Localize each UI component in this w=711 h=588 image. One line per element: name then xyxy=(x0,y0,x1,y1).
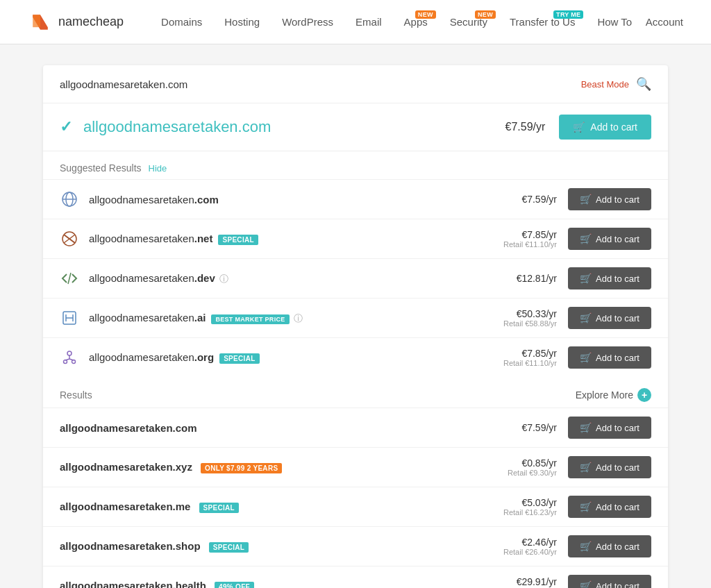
price-col: €29.91/yrRetail €58.88/yr xyxy=(487,576,557,588)
nav-hosting[interactable]: Hosting xyxy=(215,10,269,33)
price-main: €7.59/yr xyxy=(487,194,557,205)
cart-icon: 🛒 xyxy=(580,312,592,324)
cart-icon: 🛒 xyxy=(580,273,592,284)
price-col: €12.81/yr xyxy=(487,273,557,284)
domain-name: allgoodnamesaretaken.me SPECIAL xyxy=(60,501,487,513)
price-col: €7.85/yrRetail €11.10/yr xyxy=(487,348,557,367)
nav-email[interactable]: Email xyxy=(346,10,392,33)
header: namecheap Domains Hosting WordPress Emai… xyxy=(0,0,711,44)
domain-name: allgoodnamesaretaken.com xyxy=(89,194,487,205)
cart-icon: 🛒 xyxy=(580,194,592,205)
main-nav: Domains Hosting WordPress Email NEW Apps… xyxy=(151,10,646,33)
add-to-cart-button[interactable]: 🛒 Add to cart xyxy=(568,575,651,588)
explore-more-label: Explore More xyxy=(576,389,633,401)
add-to-cart-button[interactable]: 🛒 Add to cart xyxy=(568,307,651,329)
price-retail: Retail €11.10/yr xyxy=(487,240,557,249)
main-content: Beast Mode 🔍 ✓ allgoodnamesaretaken.com … xyxy=(43,65,668,588)
suggested-list: allgoodnamesaretaken.com€7.59/yr🛒 Add to… xyxy=(43,179,668,377)
cart-icon: 🛒 xyxy=(573,121,585,133)
logo[interactable]: namecheap xyxy=(28,10,124,35)
price-main: €5.03/yr xyxy=(487,497,557,508)
cart-icon: 🛒 xyxy=(580,580,592,588)
results-list: allgoodnamesaretaken.com€7.59/yr🛒 Add to… xyxy=(43,408,668,588)
logo-text: namecheap xyxy=(58,15,124,29)
results-section-header: Results Explore More + xyxy=(43,377,668,408)
hide-suggested-link[interactable]: Hide xyxy=(149,163,167,174)
info-icon[interactable]: ⓘ xyxy=(294,313,303,324)
price-col: €7.59/yr xyxy=(487,422,557,433)
suggested-row: allgoodnamesaretaken.devⓘ€12.81/yr🛒 Add … xyxy=(43,258,668,298)
domain-icon xyxy=(60,348,79,367)
featured-add-to-cart-button[interactable]: 🛒 Add to cart xyxy=(559,115,651,140)
suggested-title: Suggested Results xyxy=(60,162,142,174)
add-to-cart-button[interactable]: 🛒 Add to cart xyxy=(568,346,651,369)
svg-line-15 xyxy=(65,359,69,360)
results-row: allgoodnamesaretaken.me SPECIAL€5.03/yrR… xyxy=(43,487,668,526)
price-retail: Retail €58.88/yr xyxy=(487,319,557,328)
add-to-cart-button[interactable]: 🛒 Add to cart xyxy=(568,496,651,518)
cart-icon: 🛒 xyxy=(580,422,592,433)
price-main: €29.91/yr xyxy=(487,576,557,587)
price-retail: Retail €16.23/yr xyxy=(487,508,557,516)
add-to-cart-button[interactable]: 🛒 Add to cart xyxy=(568,267,651,289)
price-retail: Retail €26.40/yr xyxy=(487,548,557,556)
price-main: €7.85/yr xyxy=(487,348,557,359)
price-main: €7.59/yr xyxy=(487,422,557,433)
price-main: €50.33/yr xyxy=(487,308,557,319)
domain-name: allgoodnamesaretaken.orgSPECIAL xyxy=(89,351,487,364)
search-icon[interactable]: 🔍 xyxy=(636,76,651,92)
apps-badge: NEW xyxy=(415,10,436,19)
nav-transfer[interactable]: TRY ME Transfer to Us xyxy=(500,10,585,33)
nav-domains[interactable]: Domains xyxy=(151,10,212,33)
nav-howto[interactable]: How To xyxy=(587,10,642,33)
domain-icon xyxy=(60,190,79,209)
beast-mode-link[interactable]: Beast Mode xyxy=(581,79,629,90)
nav-security[interactable]: NEW Security xyxy=(440,10,497,33)
search-input[interactable] xyxy=(60,78,581,90)
domain-name: allgoodnamesaretaken.com xyxy=(60,422,487,434)
price-retail: Retail €9.30/yr xyxy=(487,469,557,477)
featured-domain: allgoodnamesaretaken.com xyxy=(83,118,505,136)
cart-icon: 🛒 xyxy=(580,541,592,552)
suggested-section-header: Suggested Results Hide xyxy=(43,151,668,179)
cart-icon: 🛒 xyxy=(580,501,592,512)
nav-wordpress[interactable]: WordPress xyxy=(272,10,343,33)
add-to-cart-button[interactable]: 🛒 Add to cart xyxy=(568,228,651,250)
add-to-cart-button[interactable]: 🛒 Add to cart xyxy=(568,456,651,478)
price-retail: Retail €11.10/yr xyxy=(487,359,557,367)
price-col: €7.59/yr xyxy=(487,194,557,205)
domain-name: allgoodnamesaretaken.shop SPECIAL xyxy=(60,540,487,553)
svg-point-11 xyxy=(67,351,72,355)
add-to-cart-button[interactable]: 🛒 Add to cart xyxy=(568,188,651,210)
price-main: €7.85/yr xyxy=(487,229,557,240)
suggested-row: allgoodnamesaretaken.netSPECIAL€7.85/yrR… xyxy=(43,219,668,258)
featured-add-label: Add to cart xyxy=(590,121,637,133)
add-to-cart-button[interactable]: 🛒 Add to cart xyxy=(568,535,651,557)
search-bar: Beast Mode 🔍 xyxy=(43,65,668,103)
price-main: €0.85/yr xyxy=(487,457,557,469)
featured-price: €7.59/yr xyxy=(505,121,545,133)
domain-name: allgoodnamesaretaken.aiBEST MARKET PRICE… xyxy=(89,312,487,325)
add-to-cart-button[interactable]: 🛒 Add to cart xyxy=(568,417,651,439)
account-button[interactable]: Account xyxy=(646,16,683,28)
price-col: €5.03/yrRetail €16.23/yr xyxy=(487,497,557,516)
domain-name: allgoodnamesaretaken.netSPECIAL xyxy=(89,233,487,245)
suggested-row: allgoodnamesaretaken.com€7.59/yr🛒 Add to… xyxy=(43,179,668,219)
info-icon[interactable]: ⓘ xyxy=(219,274,228,284)
explore-more-button[interactable]: Explore More + xyxy=(576,388,651,402)
suggested-row: allgoodnamesaretaken.orgSPECIAL€7.85/yrR… xyxy=(43,337,668,377)
svg-point-13 xyxy=(64,360,67,364)
price-main: €12.81/yr xyxy=(487,273,557,284)
price-main: €2.46/yr xyxy=(487,537,557,548)
cart-icon: 🛒 xyxy=(580,233,592,244)
nav-apps[interactable]: NEW Apps xyxy=(394,10,437,33)
suggested-row: allgoodnamesaretaken.aiBEST MARKET PRICE… xyxy=(43,298,668,337)
price-col: €7.85/yrRetail €11.10/yr xyxy=(487,229,557,249)
transfer-badge: TRY ME xyxy=(553,10,583,19)
results-row: allgoodnamesaretaken.health 49% OFF€29.9… xyxy=(43,566,668,588)
cart-icon: 🛒 xyxy=(580,462,592,473)
price-col: €2.46/yrRetail €26.40/yr xyxy=(487,537,557,556)
domain-icon xyxy=(60,269,79,288)
price-col: €50.33/yrRetail €58.88/yr xyxy=(487,308,557,328)
svg-point-14 xyxy=(72,360,76,364)
